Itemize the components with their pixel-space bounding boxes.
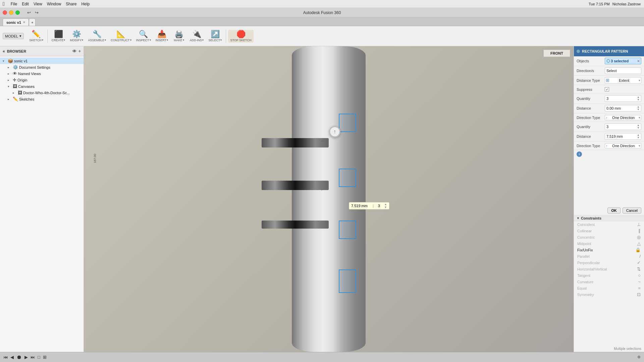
- sidebar-collapse-btn[interactable]: «: [3, 49, 5, 54]
- select-icon: ↗️: [211, 31, 220, 38]
- undo-btn[interactable]: ↩: [26, 9, 32, 16]
- dimension-label[interactable]: | ▲▼: [349, 202, 389, 209]
- menu-file[interactable]: File: [11, 2, 17, 6]
- maximize-window-btn[interactable]: [15, 10, 20, 15]
- objects-value[interactable]: ⬡ 3 selected ✕: [605, 58, 641, 64]
- play-end-btn[interactable]: ⏭: [31, 355, 35, 360]
- menu-help[interactable]: Help: [81, 2, 90, 6]
- expand-sonic-v1[interactable]: ▾: [3, 59, 7, 63]
- toolbar-insert[interactable]: 📥 INSERT▾: [154, 30, 170, 43]
- menu-window[interactable]: Window: [47, 2, 61, 6]
- constraints-expand-icon[interactable]: ▼: [577, 217, 580, 220]
- toolbar-select[interactable]: ↗️ SELECT▾: [206, 30, 224, 43]
- distance2-spinner[interactable]: ▲▼: [637, 134, 640, 139]
- panel-footer-note: Multiple selections: [574, 346, 644, 352]
- viewport[interactable]: ↑ 187.00 | ▲▼ ← ← FRONT: [84, 46, 574, 352]
- sidebar-item-sonic-v1[interactable]: ▾📦sonic v1: [0, 58, 84, 64]
- direction-type2-label: Direction Type: [577, 144, 603, 148]
- expand-named-views[interactable]: ▸: [8, 72, 12, 75]
- close-window-btn[interactable]: [3, 10, 7, 15]
- tab-sonic-v1[interactable]: sonic v1 ×: [3, 18, 29, 26]
- mode-selector[interactable]: MODEL ▾: [3, 33, 24, 39]
- distance2-value[interactable]: 7.519 mm ▲▼: [605, 133, 641, 140]
- play-back-btn[interactable]: ◀: [10, 355, 14, 360]
- toolbar-modify[interactable]: ⚙️ MODIFY▾: [68, 30, 85, 43]
- cancel-button[interactable]: Cancel: [623, 207, 641, 214]
- toolbar-assemble[interactable]: 🔧 ASSEMBLE▾: [86, 30, 108, 43]
- constraints-section-header[interactable]: ▼ Constraints: [574, 215, 644, 221]
- redo-btn[interactable]: ↪: [34, 9, 40, 16]
- view-single-btn[interactable]: □: [38, 355, 40, 360]
- tab-add-btn[interactable]: +: [29, 18, 36, 26]
- quantity1-value[interactable]: 3 ▲▼: [605, 95, 641, 102]
- right-panel: RECTANGULAR PATTERN Objects ⬡ 3 selected…: [574, 46, 644, 352]
- sidebar-item-document-settings[interactable]: ▸⚙️Document Settings: [0, 64, 84, 70]
- constraint-row-11[interactable]: Symmetry ⊡: [574, 291, 644, 298]
- menu-edit[interactable]: Edit: [22, 2, 29, 6]
- quantity1-label: Quantity: [577, 97, 603, 101]
- toolbar-inspect[interactable]: 🔍 INSPECT▾: [134, 30, 153, 43]
- move-handle[interactable]: ↑: [329, 126, 340, 137]
- expand-origin[interactable]: ▸: [8, 78, 12, 82]
- construct-icon: 📐: [116, 31, 125, 38]
- sidebar-item-origin[interactable]: ▸✛Origin: [0, 77, 84, 83]
- constraint-row-5[interactable]: Parallel /: [574, 253, 644, 259]
- sidebar-item-named-views[interactable]: ▸👁Named Views: [0, 70, 84, 77]
- sidebar-item-canvas-item[interactable]: ▸🖼Doctor-Who-4th-Doctor-Sc...: [0, 89, 84, 96]
- ok-button[interactable]: OK: [607, 207, 621, 214]
- constraint-row-1[interactable]: Collinear ∥: [574, 228, 644, 234]
- apple-icon[interactable]: : [3, 1, 5, 7]
- play-pause-btn[interactable]: ⏺: [16, 354, 22, 360]
- constraint-row-0[interactable]: Coincident ⊥: [574, 221, 644, 228]
- expand-document-settings[interactable]: ▸: [8, 66, 12, 69]
- suppress-checkbox[interactable]: [605, 87, 609, 92]
- expand-sketches[interactable]: ▸: [8, 98, 12, 101]
- tab-close-btn[interactable]: ×: [23, 20, 25, 24]
- menu-view[interactable]: View: [34, 2, 42, 6]
- sidebar-icon-plus[interactable]: +: [78, 49, 81, 54]
- direction-type2-select[interactable]: ↑ One Direction ▾: [605, 143, 641, 148]
- sidebar-item-canvases[interactable]: ▾🖼Canvases: [0, 83, 84, 89]
- quantity2-value[interactable]: 3 ▲▼: [605, 123, 641, 130]
- constraint-row-6[interactable]: Perpendicular ✓: [574, 259, 644, 266]
- distance-type-select[interactable]: ⊞ Extent ▾: [605, 77, 641, 83]
- distance1-spinner[interactable]: ▲▼: [637, 106, 640, 111]
- quantity1-spinner[interactable]: ▲▼: [637, 96, 640, 101]
- constraint-row-2[interactable]: Concentric ◎: [574, 234, 644, 240]
- toolbar-construct[interactable]: 📐 CONSTRUCT▾: [109, 30, 133, 43]
- play-begin-btn[interactable]: ⏮: [3, 355, 8, 360]
- distance1-value[interactable]: 0.00 mm ▲▼: [605, 105, 641, 112]
- status-settings-icon[interactable]: ⚙: [637, 355, 641, 359]
- play-forward-btn[interactable]: ▶: [24, 355, 28, 360]
- constraint-row-10[interactable]: Equal =: [574, 285, 644, 291]
- toolbar-stop-sketch[interactable]: 🛑 STOP SKETCH: [228, 30, 253, 43]
- constraint-row-7[interactable]: Horizontal/Vertical ⇅: [574, 266, 644, 272]
- browser-tree: ▾📦sonic v1▸⚙️Document Settings▸👁Named Vi…: [0, 56, 84, 352]
- expand-canvases[interactable]: ▾: [8, 85, 12, 88]
- constraint-row-9[interactable]: Curvature ~: [574, 279, 644, 285]
- dim-qty-spinner[interactable]: ▲▼: [384, 203, 387, 209]
- constraint-icon-10: =: [638, 286, 641, 291]
- expand-canvas-item[interactable]: ▸: [13, 91, 17, 95]
- pattern-box-2: [339, 169, 356, 187]
- sidebar-item-sketches[interactable]: ▸✏️Sketches: [0, 96, 84, 102]
- quantity2-spinner[interactable]: ▲▼: [637, 124, 640, 129]
- constraint-row-3[interactable]: Midpoint △: [574, 240, 644, 247]
- toolbar-make[interactable]: 🖨️ MAKE▾: [171, 30, 187, 43]
- dim-qty-input[interactable]: [375, 204, 383, 208]
- view-grid-btn[interactable]: ⊞: [43, 355, 47, 360]
- constraint-label-5: Parallel: [577, 254, 637, 258]
- dim-value-input[interactable]: [351, 204, 371, 208]
- sidebar-icon-eye[interactable]: 👁: [72, 49, 76, 54]
- toolbar-create[interactable]: ⬛ CREATE▾: [50, 30, 67, 43]
- toolbar-sketch[interactable]: ✏️ SKETCH▾: [27, 30, 45, 43]
- minimize-window-btn[interactable]: [9, 10, 13, 15]
- nav-front-face[interactable]: FRONT: [543, 50, 570, 57]
- menu-share[interactable]: Share: [66, 2, 76, 6]
- direction-type1-select[interactable]: ↑ One Direction ▾: [605, 115, 641, 120]
- objects-clear-btn[interactable]: ✕: [637, 59, 640, 63]
- constraint-row-8[interactable]: Tangent ○: [574, 272, 644, 279]
- toolbar-addins[interactable]: 🔌 ADD-INS▾: [187, 30, 206, 43]
- constraint-row-4[interactable]: Fix/UnFix 🔒: [574, 247, 644, 253]
- direction-value[interactable]: Select: [605, 67, 641, 74]
